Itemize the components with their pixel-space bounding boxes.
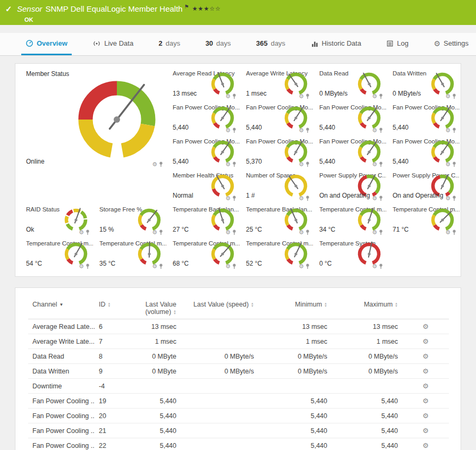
pin-icon[interactable] [159,230,163,235]
pin-icon[interactable] [379,128,383,133]
tab-2-days[interactable]: 2 days [155,33,185,55]
col-last-value-volume[interactable]: Last Value (volume)▲▼ [128,296,181,319]
channel-name[interactable]: Fan Power Cooling ... [32,427,95,435]
pin-icon[interactable] [305,94,310,99]
tab-live-data[interactable]: Live Data [88,33,138,55]
minimum-value: 13 msec [258,319,332,334]
channel-name[interactable]: Average Read Late... [32,323,95,330]
pin-icon[interactable] [86,264,90,269]
gauge-tile: Temperature Control m...54 °C⚙ [21,237,94,271]
gear-icon[interactable]: ⚙ [79,264,84,269]
gear-icon[interactable]: ⚙ [372,94,377,99]
pin-icon[interactable] [379,196,383,201]
gear-icon[interactable]: ⚙ [152,230,157,235]
col-id[interactable]: ID▲▼ [95,296,128,319]
pin-icon[interactable] [305,128,310,133]
gear-icon[interactable]: ⚙ [299,128,304,133]
gear-icon[interactable]: ⚙ [225,128,231,133]
gear-icon[interactable]: ⚙ [225,162,231,167]
channel-name[interactable]: Fan Power Cooling ... [32,412,95,420]
pin-icon[interactable] [305,196,310,201]
maximum-value [332,379,402,394]
gear-icon[interactable]: ⚙ [299,162,304,167]
col-channel[interactable]: Channel▼ [28,296,95,319]
gear-icon[interactable]: ⚙ [372,264,377,269]
channel-name[interactable]: Average Write Late... [32,338,95,345]
tab-settings[interactable]: ⚙ Settings [429,33,473,55]
col-maximum[interactable]: Maximum▲▼ [332,296,402,319]
channel-settings-icon[interactable]: ⚙ [422,322,429,330]
pin-icon[interactable] [379,264,383,269]
pin-icon[interactable] [379,162,383,167]
pin-icon[interactable] [232,230,236,235]
gear-icon[interactable]: ⚙ [372,230,377,235]
channel-settings-icon[interactable]: ⚙ [422,441,429,449]
channel-name[interactable]: Data Read [32,353,64,360]
gear-icon[interactable]: ⚙ [225,264,231,269]
tab-overview[interactable]: Overview [21,33,72,55]
last-value-volume: 5,440 [128,394,181,409]
tab-30-days[interactable]: 30 days [201,33,235,55]
gear-icon[interactable]: ⚙ [79,230,84,235]
channel-settings-icon[interactable]: ⚙ [422,337,429,345]
pin-icon[interactable] [379,94,383,99]
gear-icon[interactable]: ⚙ [445,128,450,133]
channel-name[interactable]: Fan Power Cooling ... [32,442,95,449]
channel-id: 21 [95,423,128,438]
gear-icon[interactable]: ⚙ [225,196,231,201]
pin-icon[interactable] [159,264,163,269]
gear-icon[interactable]: ⚙ [225,94,231,99]
gear-icon[interactable]: ⚙ [445,230,450,235]
pin-icon[interactable] [232,196,236,201]
channel-settings-icon[interactable]: ⚙ [422,382,429,390]
gear-icon[interactable]: ⚙ [152,264,157,269]
channel-name[interactable]: Downtime [32,383,62,390]
priority-flag-icon[interactable]: ⚑ [184,4,189,10]
gear-icon[interactable]: ⚙ [445,196,450,201]
gear-icon[interactable]: ⚙ [445,94,450,99]
page-title: SNMP Dell EqualLogic Member Health [46,4,183,13]
pin-icon[interactable] [452,230,456,235]
pin-icon[interactable] [86,230,90,235]
minimum-value: 5,440 [258,423,332,438]
col-minimum[interactable]: Minimum▲▼ [258,296,332,319]
channel-settings-icon[interactable]: ⚙ [422,427,429,435]
gear-icon[interactable]: ⚙ [372,196,377,201]
gauge-value: 5,440 [173,158,189,165]
tab-log[interactable]: Log [382,33,413,55]
gear-icon[interactable]: ⚙ [299,230,304,235]
channel-settings-icon[interactable]: ⚙ [422,397,429,405]
gear-icon[interactable]: ⚙ [299,94,304,99]
channel-settings-icon[interactable]: ⚙ [422,352,429,360]
pin-icon[interactable] [379,230,383,235]
pin-icon[interactable] [232,128,236,133]
gear-icon[interactable]: ⚙ [372,162,377,167]
gear-icon[interactable]: ⚙ [152,162,157,167]
rating-stars[interactable]: ★★★☆☆ [192,5,221,12]
pin-icon[interactable] [305,264,310,269]
pin-icon[interactable] [232,264,236,269]
pin-icon[interactable] [452,94,456,99]
pin-icon[interactable] [159,162,163,167]
gauge-value: 5,440 [319,124,335,131]
gear-icon[interactable]: ⚙ [299,264,304,269]
tab-historic-data[interactable]: Historic Data [307,33,366,55]
channel-name[interactable]: Fan Power Cooling ... [32,397,95,405]
gear-icon[interactable]: ⚙ [225,230,231,235]
gauge-tile: Data Read0 MByte/s⚙ [314,67,387,101]
col-last-value-speed[interactable]: Last Value (speed)▲▼ [181,296,258,319]
pin-icon[interactable] [452,128,456,133]
pin-icon[interactable] [305,162,310,167]
channel-name[interactable]: Data Written [32,368,69,375]
gear-icon[interactable]: ⚙ [299,196,304,201]
channel-settings-icon[interactable]: ⚙ [422,412,429,420]
pin-icon[interactable] [305,230,310,235]
pin-icon[interactable] [452,162,456,167]
gear-icon[interactable]: ⚙ [372,128,377,133]
pin-icon[interactable] [232,162,236,167]
tab-365-days[interactable]: 365 days [252,33,290,55]
channel-settings-icon[interactable]: ⚙ [422,367,429,375]
pin-icon[interactable] [452,196,456,201]
gear-icon[interactable]: ⚙ [445,162,450,167]
pin-icon[interactable] [232,94,236,99]
